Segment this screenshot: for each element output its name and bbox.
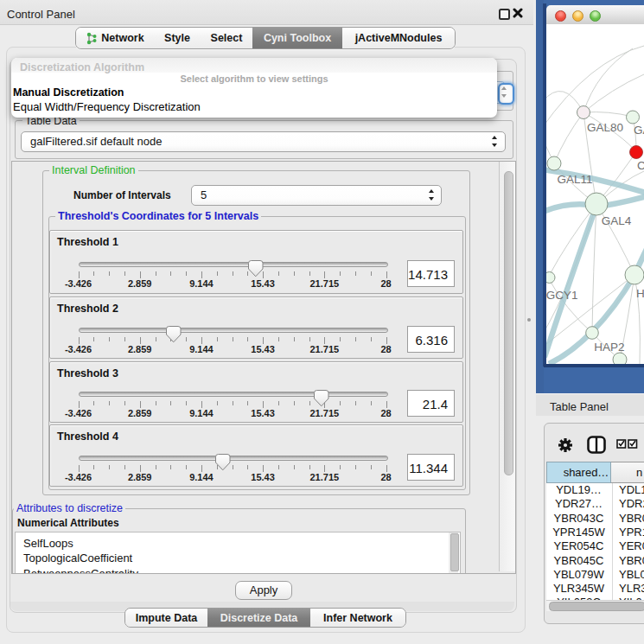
svg-text:HIS: HIS bbox=[636, 287, 644, 300]
svg-text:HAP2: HAP2 bbox=[594, 341, 624, 354]
svg-text:GCY1: GCY1 bbox=[546, 289, 577, 302]
svg-text:CA: CA bbox=[637, 159, 644, 172]
svg-text:GAL80: GAL80 bbox=[587, 121, 623, 134]
svg-text:GAL4: GAL4 bbox=[602, 214, 632, 227]
svg-text:GAL11: GAL11 bbox=[557, 173, 592, 186]
svg-text:GAL2: GAL2 bbox=[634, 124, 644, 137]
